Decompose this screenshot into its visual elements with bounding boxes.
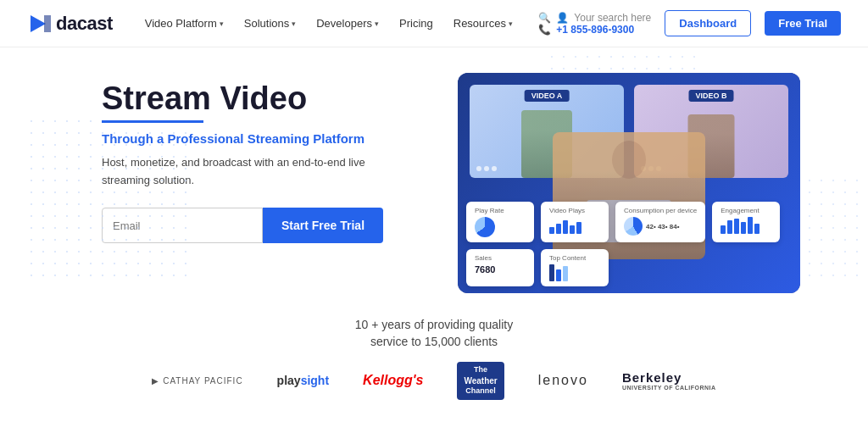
logo-kelloggs: Kellogg's	[363, 373, 423, 388]
nav-developers[interactable]: Developers ▾	[308, 12, 387, 35]
stat-card-title: Top Content	[549, 254, 600, 262]
main-nav: Video Platform ▾ Solutions ▾ Developers …	[136, 12, 521, 35]
logo[interactable]: dacast	[27, 12, 113, 36]
account-icon: 👤	[556, 12, 569, 24]
berkeley-sub-text: UNIVERSITY OF CALIFORNIA	[622, 385, 716, 391]
hero-subtitle: Through a Professional Streaming Platfor…	[102, 131, 424, 146]
chevron-down-icon: ▾	[220, 19, 224, 28]
chevron-down-icon: ▾	[509, 19, 513, 28]
search-placeholder-text[interactable]: Your search here	[574, 12, 651, 24]
stat-card-title: Video Plays	[549, 207, 600, 214]
video-controls-a	[476, 166, 497, 171]
stat-card-sales: Sales 7680	[466, 249, 534, 286]
lenovo-text: lenovo	[538, 373, 588, 388]
hero-content: Stream Video Through a Professional Stre…	[102, 73, 424, 243]
stat-card-title: Consumption per device	[624, 207, 697, 214]
video-panel: VIDEO A VIDEO B	[458, 73, 800, 293]
start-free-trial-button[interactable]: Start Free Trial	[263, 208, 383, 243]
stat-cards: Play Rate Video Plays Consumption per de…	[458, 195, 800, 293]
phone-number[interactable]: +1 855-896-9300	[556, 24, 634, 36]
play-rate-donut	[475, 217, 495, 237]
hero-title: Stream Video	[102, 81, 424, 123]
chevron-down-icon: ▾	[375, 19, 379, 28]
svg-marker-1	[44, 15, 51, 32]
hero-section: Stream Video Through a Professional Stre…	[0, 47, 868, 310]
logo-text: dacast	[56, 13, 113, 35]
stat-card-title: Engagement	[721, 207, 771, 214]
logos-row: ▶ CATHAY PACIFIC playsight Kellogg's The…	[0, 362, 868, 399]
logo-lenovo: lenovo	[538, 373, 588, 388]
stat-card-title: Sales	[475, 254, 526, 262]
video-label-a: VIDEO A	[525, 90, 570, 102]
berkeley-text-container: Berkeley UNIVERSITY OF CALIFORNIA	[622, 370, 716, 391]
playsight-text: playsight	[277, 374, 329, 387]
free-trial-button[interactable]: Free Trial	[765, 11, 841, 36]
nav-resources[interactable]: Resources ▾	[445, 12, 521, 35]
logo-berkeley: Berkeley UNIVERSITY OF CALIFORNIA	[622, 370, 716, 391]
header: dacast Video Platform ▾ Solutions ▾ Deve…	[0, 0, 868, 47]
search-row: 🔍 👤 Your search here	[538, 12, 651, 24]
stat-card-video-plays: Video Plays	[541, 202, 609, 242]
nav-solutions[interactable]: Solutions ▾	[236, 12, 304, 35]
stat-card-top-content: Top Content	[541, 249, 609, 286]
video-inner: VIDEO A VIDEO B	[458, 73, 800, 293]
nav-pricing[interactable]: Pricing	[391, 12, 442, 35]
stat-card-title: Play Rate	[475, 207, 526, 214]
header-left: dacast Video Platform ▾ Solutions ▾ Deve…	[27, 12, 521, 36]
berkeley-main-text: Berkeley	[622, 370, 682, 385]
logo-weather-channel: The Weather Channel	[457, 362, 504, 399]
dashboard-button[interactable]: Dashboard	[665, 10, 751, 36]
chevron-down-icon: ▾	[292, 19, 296, 28]
kelloggs-text: Kellogg's	[363, 373, 423, 388]
stat-card-play-rate: Play Rate	[466, 202, 534, 242]
logo-cathay-pacific: ▶ CATHAY PACIFIC	[152, 376, 242, 386]
header-right: 🔍 👤 Your search here 📞 +1 855-896-9300 D…	[538, 10, 841, 36]
dacast-logo-icon	[27, 12, 51, 36]
stat-card-consumption: Consumption per device 42• 43• 84•	[615, 202, 705, 242]
top-content-chart	[549, 264, 600, 281]
hero-description: Host, monetize, and broadcast with an en…	[102, 154, 390, 190]
phone-icon: 📞	[538, 24, 551, 36]
video-label-b: VIDEO B	[688, 90, 733, 102]
cathay-pacific-text: ▶ CATHAY PACIFIC	[152, 376, 242, 386]
logos-heading: 10 + years of providing quality service …	[0, 317, 868, 350]
engagement-chart	[721, 217, 771, 234]
search-icon: 🔍	[538, 12, 551, 24]
cta-row: Start Free Trial	[102, 208, 424, 243]
email-input[interactable]	[102, 208, 263, 243]
sales-value: 7680	[475, 264, 526, 275]
logos-section: 10 + years of providing quality service …	[0, 310, 868, 410]
consumption-donut	[624, 217, 643, 236]
phone-row: 📞 +1 855-896-9300	[538, 24, 634, 36]
search-area: 🔍 👤 Your search here 📞 +1 855-896-9300	[538, 12, 651, 36]
video-plays-chart	[549, 217, 600, 234]
nav-video-platform[interactable]: Video Platform ▾	[136, 12, 232, 35]
stat-card-engagement: Engagement	[712, 202, 780, 242]
svg-marker-0	[31, 15, 46, 32]
logo-playsight: playsight	[277, 374, 329, 387]
hero-subtitle-link[interactable]: Streaming Platform	[248, 131, 364, 146]
weather-channel-box: The Weather Channel	[457, 362, 504, 399]
